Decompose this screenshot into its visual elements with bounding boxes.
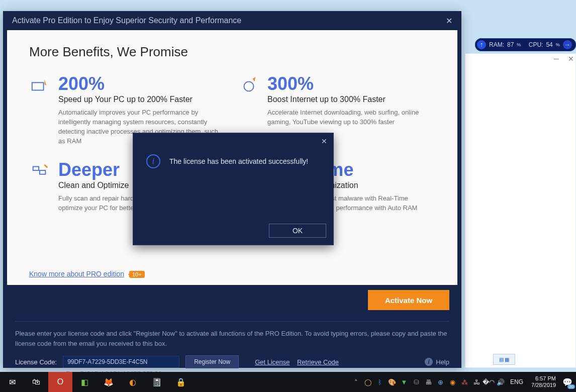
tray-circle-icon[interactable]: ◯ — [362, 376, 373, 387]
tray-bluetooth-icon[interactable]: ᛒ — [374, 376, 386, 387]
ok-button[interactable]: OK — [269, 224, 326, 238]
taskbar-store-icon[interactable]: 🛍 — [24, 372, 48, 392]
titlebar: Activate Pro Edition to Enjoy Superior S… — [3, 11, 461, 30]
tray-clock[interactable]: 6:57 PM 7/28/2019 — [527, 375, 560, 388]
help-link[interactable]: i Help — [425, 358, 449, 366]
instructions-text: Please enter your license code and click… — [15, 329, 449, 348]
new-count-badge: 10+ — [129, 271, 145, 278]
svg-rect-3 — [40, 170, 45, 174]
taskbar-asc-icon[interactable]: ◐ — [121, 372, 145, 392]
footer-area: Activate Now Please enter your license c… — [3, 285, 461, 377]
tray-palette-icon[interactable]: 🎨 — [387, 376, 398, 387]
know-more-link[interactable]: Know more about PRO edition — [29, 270, 124, 278]
background-explorer-window: ─ ✕ ▤ ▦ — [465, 53, 576, 368]
info-icon: i — [146, 154, 160, 168]
tray-chevron-up-icon[interactable]: ˄ — [350, 376, 361, 387]
cpu-value: 54 — [546, 41, 552, 48]
taskbar-firefox-icon[interactable]: 🦊 — [97, 372, 121, 392]
taskbar-lock-icon[interactable]: 🔒 — [169, 372, 193, 392]
page-heading: More Benefits, We Promise — [29, 44, 435, 60]
benefit-description: Accelerate Internet downloading, web sur… — [267, 108, 434, 127]
tray-wifi-icon[interactable]: �◠ — [483, 376, 494, 387]
tray-language[interactable]: ENG — [507, 378, 526, 385]
performance-monitor-bubble[interactable]: ⇡ RAM: 87% CPU: 54% → — [475, 38, 576, 51]
expand-icon[interactable]: → — [563, 40, 572, 49]
license-code-label: License Code: — [15, 358, 57, 366]
cpu-label: CPU: — [529, 41, 543, 48]
benefit-subtitle: Speed up Your PC up to 200% Faster — [58, 95, 225, 104]
taskbar-notepad-icon[interactable]: 📓 — [145, 372, 169, 392]
divider — [15, 321, 449, 322]
bgwin-minimize-icon[interactable]: ─ — [554, 55, 559, 63]
tray-printer-icon[interactable]: 🖶 — [423, 376, 434, 387]
rocket-globe-icon — [238, 75, 259, 96]
svg-point-1 — [244, 81, 254, 91]
ram-label: RAM: — [489, 41, 504, 48]
taskbar-mail-icon[interactable]: ✉ — [0, 372, 24, 392]
tray-swirl-icon[interactable]: ◉ — [447, 376, 458, 387]
view-mode-toggle[interactable]: ▤ ▦ — [493, 354, 515, 365]
taskbar-camtasia-icon[interactable]: ◧ — [72, 372, 97, 392]
svg-rect-2 — [33, 167, 39, 171]
tray-link-icon[interactable]: 🖧 — [471, 376, 482, 387]
dialog-message: The license has been activated successfu… — [169, 157, 308, 165]
notification-count: 20 — [567, 384, 575, 389]
tray-security-icon[interactable]: ⊕ — [435, 376, 446, 387]
close-icon[interactable]: ✕ — [446, 16, 452, 26]
license-code-input[interactable] — [63, 356, 179, 368]
window-title: Activate Pro Edition to Enjoy Superior S… — [12, 16, 241, 25]
rocket-icon: ⇡ — [477, 40, 486, 49]
tray-notifications-icon[interactable]: 💬20 — [561, 375, 574, 388]
tray-db-icon[interactable]: ⛁ — [411, 376, 422, 387]
ram-value: 87 — [507, 41, 514, 48]
broom-icon — [29, 161, 50, 182]
taskbar: ✉ 🛍 O ◧ 🦊 ◐ 📓 🔒 ˄ ◯ ᛒ 🎨 ▼ ⛁ 🖶 ⊕ ◉ ⁂ 🖧 �◠… — [0, 372, 576, 392]
retrieve-code-link[interactable]: Retrieve Code — [297, 358, 339, 366]
register-now-button[interactable]: Register Now — [185, 355, 239, 368]
tray-shield-green-icon[interactable]: ▼ — [399, 376, 410, 387]
svg-rect-0 — [32, 82, 44, 90]
taskbar-opera-icon[interactable]: O — [48, 372, 72, 392]
benefit-subtitle: Boost Internet up to 300% Faster — [267, 95, 434, 104]
bgwin-close-icon[interactable]: ✕ — [568, 55, 574, 63]
tray-cluster-icon[interactable]: ⁂ — [459, 376, 470, 387]
info-icon: i — [425, 358, 433, 366]
activation-success-dialog: ✕ i The license has been activated succe… — [133, 133, 334, 245]
dialog-close-icon[interactable]: ✕ — [321, 137, 327, 145]
activate-now-button[interactable]: Activate Now — [368, 290, 449, 310]
tray-volume-icon[interactable]: 🔊 — [495, 376, 506, 387]
benefit-headline: 200% — [58, 75, 225, 93]
get-license-link[interactable]: Get License — [255, 358, 290, 366]
speedup-icon — [29, 75, 50, 96]
benefit-headline: 300% — [267, 75, 434, 93]
